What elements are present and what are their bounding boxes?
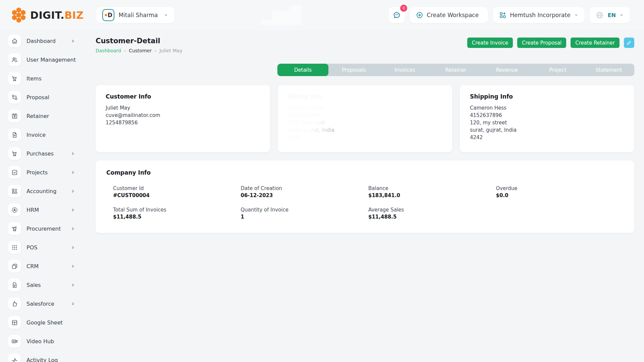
thumbs-up-icon <box>11 301 18 307</box>
sidebar-item-proposal[interactable]: Proposal <box>8 90 77 104</box>
breadcrumb-current: Juliet May <box>159 48 182 53</box>
breadcrumb-separator: › <box>155 48 156 53</box>
person-dashed-icon <box>11 207 18 213</box>
sidebar-item-user-management[interactable]: User Management <box>8 53 77 66</box>
shipping-street: 120, my street <box>470 119 624 126</box>
pulse-icon <box>11 357 18 362</box>
table-icon <box>11 319 18 326</box>
chevron-right-icon <box>71 245 75 250</box>
file-text-icon <box>11 132 18 138</box>
user-name: Mitali Sharma <box>118 12 158 18</box>
cart-icon <box>11 150 18 157</box>
top-header: DIGIT.BIZ ⬢ D Mitali Sharma 0 Create Wor… <box>0 0 644 30</box>
chevron-right-icon <box>71 170 75 175</box>
field-average-sales: Average Sales $11,488.5 <box>368 207 496 220</box>
sidebar-item-invoice[interactable]: Invoice <box>8 128 77 141</box>
sidebar-item-items[interactable]: Items <box>8 72 77 85</box>
sidebar-item-procurement[interactable]: Procurement <box>8 222 77 235</box>
company-info-card: Company Info Customer Id #CUST00004 Date… <box>96 161 634 233</box>
chat-icon <box>393 11 401 19</box>
shipping-zip: 4242 <box>470 134 624 141</box>
tab-retainer[interactable]: Retainer <box>430 64 481 76</box>
sidebar-item-accounting[interactable]: Accounting <box>8 184 77 198</box>
file-lines-icon <box>11 282 18 288</box>
shipping-city: surat, gujrat, India <box>470 126 624 134</box>
workspace-name: Hemtush Incorporate <box>510 12 571 18</box>
floppy-icon <box>11 113 18 119</box>
field-total-sum-invoices: Total Sum of Invoices $11,488.5 <box>113 207 241 220</box>
billing-street: 120, my street <box>288 119 442 126</box>
chat-button[interactable]: 0 <box>389 7 405 23</box>
chevron-right-icon <box>71 189 75 193</box>
billing-info-card: Billing Info Cameron Hess 4152637896 120… <box>278 85 452 152</box>
page-title: Customer-Detail <box>96 37 182 45</box>
sidebar-item-purchases[interactable]: Purchases <box>8 147 77 160</box>
home-icon <box>11 38 18 44</box>
overlap-squares-icon <box>11 263 18 269</box>
create-invoice-button[interactable]: Create Invoice <box>467 38 513 48</box>
billing-zip: 4242 <box>288 134 442 141</box>
create-proposal-button[interactable]: Create Proposal <box>517 38 566 48</box>
billing-city: surat, gujrat, India <box>288 126 442 134</box>
create-workspace-button[interactable]: Create Workspace <box>410 7 488 23</box>
customer-email: cuve@mailinator.com <box>106 112 260 119</box>
sidebar-item-dashboard[interactable]: Dashboard <box>8 34 77 48</box>
sidebar-item-google-sheet[interactable]: Google Sheet <box>8 316 77 329</box>
sidebar-item-hrm[interactable]: HRM <box>8 203 77 217</box>
globe-icon <box>596 11 604 19</box>
card-title: Company Info <box>106 169 624 176</box>
shipping-info-card: Shipping Info Cameron Hess 4152637896 12… <box>460 85 634 152</box>
sidebar-item-pos[interactable]: POS <box>8 241 77 254</box>
sidebar-item-retainer[interactable]: Retainer <box>8 109 77 123</box>
chevron-right-icon <box>71 264 75 268</box>
tab-project[interactable]: Project <box>532 64 583 76</box>
create-retainer-button[interactable]: Create Retainer <box>571 38 620 48</box>
sidebar-item-salesforce[interactable]: Salesforce <box>8 297 77 310</box>
card-title: Billing Info <box>288 93 442 100</box>
dots-grid-icon <box>11 244 18 251</box>
chevron-right-icon <box>71 152 75 156</box>
hexagon-cluster-icon <box>10 6 28 24</box>
tab-invoices[interactable]: Invoices <box>379 64 430 76</box>
breadcrumb-separator: › <box>124 48 126 53</box>
check-square-icon <box>11 169 18 176</box>
tab-details[interactable]: Details <box>277 64 328 76</box>
language-selector[interactable]: EN <box>590 7 630 23</box>
sidebar-item-sales[interactable]: Sales <box>8 278 77 292</box>
customer-phone: 1254879856 <box>106 119 260 126</box>
shipping-name: Cameron Hess <box>470 104 624 112</box>
user-switcher[interactable]: ⬢ D Mitali Sharma <box>96 7 174 23</box>
chevron-right-icon <box>71 283 75 287</box>
tab-statement[interactable]: Statement <box>583 64 634 76</box>
sidebar-nav: Dashboard User Management Items Proposal… <box>0 30 77 362</box>
edit-customer-button[interactable] <box>624 38 634 48</box>
shipping-phone: 4152637896 <box>470 112 624 119</box>
card-title: Customer Info <box>106 93 260 100</box>
logo-text: DIGIT.BIZ <box>30 9 84 21</box>
chevron-down-icon <box>574 13 579 17</box>
breadcrumb-customer[interactable]: Customer <box>129 48 152 53</box>
watermark-artifact <box>261 5 301 25</box>
chevron-right-icon <box>71 208 75 212</box>
field-balance: Balance $183,841.0 <box>368 185 496 198</box>
customer-info-card: Customer Info Juliet May cuve@mailinator… <box>96 85 270 152</box>
main-content: Customer-Detail Dashboard › Customer › J… <box>77 30 644 362</box>
sidebar-item-crm[interactable]: CRM <box>8 259 77 273</box>
language-code: EN <box>608 12 616 18</box>
field-customer-id: Customer Id #CUST00004 <box>113 185 241 198</box>
breadcrumb-dashboard[interactable]: Dashboard <box>96 48 121 53</box>
field-overdue: Overdue $0.0 <box>496 185 624 198</box>
billing-phone: 4152637896 <box>288 112 442 119</box>
card-title: Shipping Info <box>470 93 624 100</box>
chevron-down-icon <box>164 13 168 17</box>
grid-plus-icon <box>11 188 18 194</box>
video-icon <box>11 338 18 345</box>
sidebar-item-projects[interactable]: Projects <box>8 166 77 179</box>
workspace-selector[interactable]: Hemtush Incorporate <box>493 7 585 23</box>
tab-proposals[interactable]: Proposals <box>328 64 379 76</box>
detail-tabs: Details Proposals Invoices Retainer Reve… <box>277 64 634 76</box>
sidebar-item-activity-log[interactable]: Activity Log <box>8 353 77 362</box>
tab-revenue[interactable]: Revenue <box>481 64 532 76</box>
sidebar-item-video-hub[interactable]: Video Hub <box>8 335 77 348</box>
chevron-right-icon <box>71 227 75 231</box>
